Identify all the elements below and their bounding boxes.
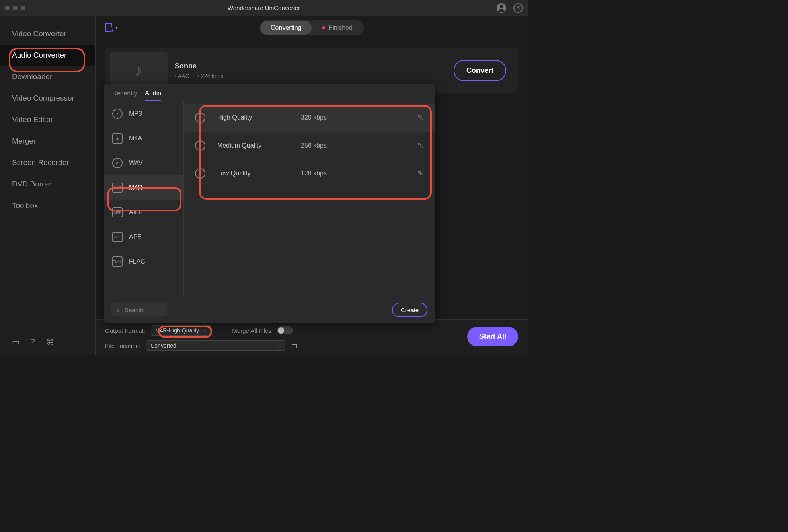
format-label: WAV (129, 159, 143, 167)
format-item-m4a[interactable]: ◉M4A (104, 126, 183, 151)
search-icon: ⌕ (117, 307, 121, 313)
merge-all-toggle[interactable] (277, 326, 293, 334)
tab-label: Audio (145, 90, 161, 97)
format-list[interactable]: ♪MP3 ◉M4A ⟳WAV M4RM4R AIFFAIFF APEAPE FL… (104, 101, 184, 297)
file-codec: AAC (175, 73, 189, 79)
maximize-window-button[interactable] (21, 6, 25, 10)
audio-icon: ◉ (112, 133, 123, 144)
file-meta: AAC 224 kbps (175, 73, 447, 79)
quality-row-medium[interactable]: ♪ Medium Quality 256 kbps ✎ (184, 132, 435, 159)
format-label: APE (129, 233, 142, 241)
tab-label: Finished (328, 24, 352, 31)
quality-name: High Quality (217, 114, 289, 121)
sidebar-item-label: Downloader (12, 72, 52, 81)
sidebar-item-label: Video Converter (12, 29, 66, 38)
file-info: Sonne AAC 224 kbps (175, 62, 447, 79)
quality-bitrate: 320 kbps (301, 114, 327, 121)
quality-name: Low Quality (217, 170, 289, 177)
sidebar-item-video-editor[interactable]: Video Editor (0, 109, 95, 130)
audio-icon: AIFF (112, 207, 123, 217)
format-item-flac[interactable]: FLACFLAC (104, 249, 183, 274)
sidebar-item-label: Audio Converter (12, 51, 66, 59)
quality-name: Medium Quality (217, 142, 289, 149)
sidebar-item-screen-recorder[interactable]: Screen Recorder (0, 152, 95, 173)
file-title: Sonne (175, 62, 447, 70)
format-label: FLAC (129, 258, 145, 265)
edit-icon[interactable]: ✎ (417, 113, 423, 122)
start-all-button[interactable]: Start All (467, 327, 518, 346)
sidebar-footer: ▭ ? ⌘ (0, 329, 95, 355)
format-item-ape[interactable]: APEAPE (104, 225, 183, 249)
output-format-label: Output Format: (105, 327, 145, 334)
format-tabs: Recently Audio (104, 84, 435, 101)
sidebar-item-video-compressor[interactable]: Video Compressor (0, 87, 95, 109)
audio-icon: M4R (112, 183, 123, 193)
format-item-mp3[interactable]: ♪MP3 (104, 101, 183, 126)
quality-bitrate: 128 kbps (301, 170, 327, 177)
sidebar-item-merger[interactable]: Merger (0, 130, 95, 152)
audio-icon: ♪ (112, 109, 123, 119)
open-folder-icon[interactable]: 🗀 (291, 342, 298, 350)
add-file-icon (105, 23, 112, 32)
quality-row-low[interactable]: ♪ Low Quality 128 kbps ✎ (184, 159, 435, 187)
file-location-label: File Location: (105, 342, 140, 349)
sidebar-item-audio-converter[interactable]: Audio Converter (0, 45, 95, 66)
bottom-bar: Output Format: M4R-High Quality Merge Al… (96, 319, 528, 355)
account-icon[interactable] (497, 3, 506, 13)
sidebar-item-toolbox[interactable]: Toolbox (0, 195, 95, 216)
sidebar-item-label: Video Compressor (12, 94, 74, 102)
chevron-down-icon: ▾ (115, 25, 118, 31)
output-format-dropdown[interactable]: M4R-High Quality (151, 325, 211, 336)
audio-icon: ♪ (195, 168, 205, 179)
tab-converting[interactable]: Converting (260, 21, 312, 35)
minimize-window-button[interactable] (13, 6, 18, 10)
tab-label: Converting (271, 24, 301, 31)
notification-dot-icon (322, 26, 325, 29)
sidebar-item-label: Merger (12, 137, 36, 145)
dropdown-value: M4R-High Quality (155, 327, 199, 334)
search-input[interactable]: ⌕ Search (111, 303, 167, 316)
format-item-aiff[interactable]: AIFFAIFF (104, 200, 183, 225)
app-title: Wondershare UniConverter (0, 4, 528, 11)
status-segmented-control: Converting Finished (259, 20, 364, 35)
help-icon[interactable]: ? (31, 337, 35, 347)
sidebar-item-label: DVD Burner (12, 180, 53, 188)
close-window-button[interactable] (5, 6, 10, 10)
format-picker-popup: Recently Audio ♪MP3 ◉M4A ⟳WAV M4RM4R AIF… (104, 84, 435, 323)
sidebar-item-label: Video Editor (12, 115, 53, 124)
quality-row-high[interactable]: ♪ High Quality 320 kbps ✎ (184, 104, 435, 132)
tab-recently[interactable]: Recently (112, 90, 137, 101)
create-preset-button[interactable]: Create (392, 303, 427, 317)
convert-button[interactable]: Convert (454, 60, 506, 81)
guide-icon[interactable]: ▭ (12, 337, 20, 347)
feedback-icon[interactable]: ✉ (513, 3, 523, 13)
sidebar-item-downloader[interactable]: Downloader (0, 66, 95, 87)
titlebar: Wondershare UniConverter ✉ (0, 0, 528, 16)
sidebar-item-dvd-burner[interactable]: DVD Burner (0, 173, 95, 195)
format-label: M4A (129, 135, 142, 142)
file-thumbnail: ♪ (110, 52, 168, 88)
dropdown-value: Converted (150, 342, 176, 349)
file-location-dropdown[interactable]: Converted (146, 340, 285, 351)
sidebar-item-label: Toolbox (12, 201, 38, 210)
merge-all-label: Merge All Files (232, 327, 271, 334)
sidebar-item-video-converter[interactable]: Video Converter (0, 23, 95, 45)
audio-icon: ⟳ (112, 158, 123, 168)
format-label: M4R (129, 184, 142, 191)
tab-finished[interactable]: Finished (312, 21, 363, 35)
edit-icon[interactable]: ✎ (417, 169, 423, 178)
toolbar: ▾ Converting Finished (96, 16, 528, 40)
audio-icon: ♪ (195, 113, 205, 123)
tab-audio[interactable]: Audio (145, 90, 161, 101)
audio-icon: ♪ (195, 140, 205, 151)
community-icon[interactable]: ⌘ (46, 337, 54, 347)
format-item-wav[interactable]: ⟳WAV (104, 151, 183, 175)
format-item-m4r[interactable]: M4RM4R (104, 175, 183, 200)
add-files-button[interactable]: ▾ (105, 23, 118, 32)
format-picker-footer: ⌕ Search Create (104, 297, 435, 323)
quality-bitrate: 256 kbps (301, 142, 327, 149)
edit-icon[interactable]: ✎ (417, 141, 423, 150)
audio-icon: FLAC (112, 256, 123, 267)
tab-label: Recently (112, 90, 137, 97)
format-label: MP3 (129, 110, 142, 117)
